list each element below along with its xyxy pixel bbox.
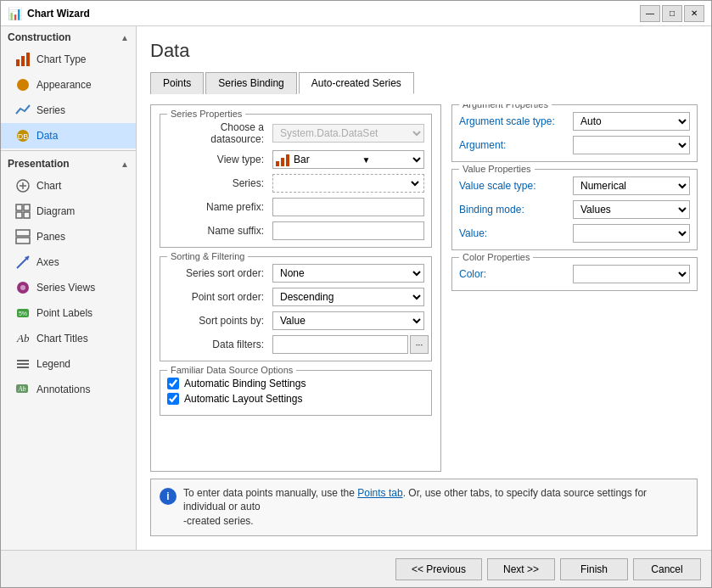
sidebar-item-series-views[interactable]: Series Views [1,275,136,300]
window-controls: — □ ✕ [640,5,704,22]
construction-chevron: ▲ [121,33,129,42]
color-row: Color: [459,265,690,283]
familiar-data-section: Familiar Data Source Options Automatic B… [160,370,432,416]
svg-rect-0 [16,59,20,66]
sidebar-item-diagram[interactable]: Diagram [1,199,136,224]
tab-series-binding[interactable]: Series Binding [205,72,296,94]
data-filters-input[interactable]: Click the ellipsis button... [272,335,408,354]
color-select[interactable] [573,265,690,283]
info-points-link[interactable]: Points tab [357,487,402,499]
sidebar-divider-1 [1,150,136,151]
binding-mode-select[interactable]: Values Fields [573,200,690,219]
sidebar-item-legend[interactable]: Legend [1,351,136,377]
data-filters-label: Data filters: [167,339,269,350]
left-panel: Series Properties Choose a datasource: S… [150,104,441,472]
view-type-select[interactable]: ▼ [356,151,424,168]
finish-button[interactable]: Finish [560,558,628,580]
series-sort-order-control: None Ascending Descending [272,264,424,283]
color-control [573,265,690,283]
argument-properties-title: Argument Properties [459,104,552,109]
view-type-control: Bar ▼ [272,150,424,169]
choose-datasource-select[interactable]: System.Data.DataSet [272,124,424,143]
legend-icon [14,356,31,372]
data-filters-ellipsis[interactable]: ··· [410,335,429,354]
sort-points-by-control: Value Argument Label [272,311,424,330]
series-select-wrapper [272,174,424,193]
chart-type-icon [14,51,31,68]
tab-points[interactable]: Points [150,72,204,94]
sidebar-item-point-labels[interactable]: 5% Point Labels [1,300,136,326]
name-prefix-input[interactable] [272,198,424,216]
choose-datasource-row: Choose a datasource: System.Data.DataSet [167,121,424,145]
data-filters-row: Data filters: Click the ellipsis button.… [167,335,424,354]
maximize-button[interactable]: □ [662,5,682,22]
chart-titles-icon: Ab [14,330,31,347]
previous-button[interactable]: << Previous [395,558,482,580]
value-properties-section: Value Properties Value scale type: Numer… [451,169,698,250]
titlebar: 📊 Chart Wizard — □ ✕ [1,1,711,26]
sidebar-label-diagram: Diagram [36,205,75,217]
sort-points-by-select[interactable]: Value Argument Label [272,311,424,330]
minimize-button[interactable]: — [640,5,660,22]
svg-point-18 [20,285,25,290]
tab-bar: Points Series Binding Auto-created Serie… [150,72,698,94]
point-sort-order-control: None Ascending Descending [272,288,424,306]
sidebar-item-axes[interactable]: Axes [1,249,136,275]
value-select[interactable] [573,224,690,243]
sort-points-by-wrapper: Value Argument Label [272,311,424,330]
tab-auto-created-series[interactable]: Auto-created Series [299,72,414,94]
choose-datasource-label: Choose a datasource: [167,121,269,145]
info-text-part1: To enter data points manually, use the [183,487,357,499]
info-text-part3: -created series. [183,515,254,527]
sidebar-item-chart[interactable]: Chart [1,173,136,199]
construction-section-header[interactable]: Construction ▲ [1,26,136,47]
name-prefix-control [272,198,424,216]
point-sort-order-row: Point sort order: None Ascending Descend… [167,288,424,306]
presentation-section-header[interactable]: Presentation ▲ [1,153,136,173]
auto-layout-checkbox[interactable] [167,393,179,405]
auto-binding-checkbox[interactable] [167,378,179,389]
point-sort-order-select[interactable]: None Ascending Descending [272,288,424,306]
cancel-button[interactable]: Cancel [633,558,701,580]
view-type-value: Bar [290,154,356,165]
auto-layout-row: Automatic Layout Settings [167,393,424,405]
series-sort-order-select[interactable]: None Ascending Descending [272,264,424,283]
name-suffix-row: Name suffix: [167,221,424,240]
sidebar-label-chart: Chart [36,180,61,192]
close-button[interactable]: ✕ [684,5,704,22]
series-select[interactable] [275,175,422,192]
value-scale-type-select[interactable]: Numerical Auto DateTime [573,176,690,195]
argument-select[interactable] [573,136,690,154]
svg-text:DB: DB [18,132,29,141]
right-panel: Argument Properties Argument scale type:… [451,104,698,472]
sidebar-label-chart-type: Chart Type [36,53,86,65]
svg-text:Ab: Ab [18,385,26,393]
sort-points-by-row: Sort points by: Value Argument Label [167,311,424,330]
argument-properties-section: Argument Properties Argument scale type:… [451,104,698,162]
svg-rect-12 [24,212,30,218]
sidebar-label-series-views: Series Views [36,282,95,294]
series-icon [14,102,31,119]
svg-rect-13 [16,230,30,236]
sidebar-label-panes: Panes [36,231,65,243]
arg-scale-type-row: Argument scale type: Auto Numerical Date… [459,112,690,131]
binding-mode-label: Binding mode: [459,204,569,216]
presentation-chevron: ▲ [121,160,129,169]
sidebar-item-annotations[interactable]: Ab Annotations [1,377,136,402]
name-suffix-control [272,221,424,240]
page-title: Data [150,40,698,62]
tab-content: Series Properties Choose a datasource: S… [150,104,698,472]
sidebar-item-appearance[interactable]: Appearance [1,72,136,98]
svg-rect-29 [286,154,289,166]
sidebar-item-panes[interactable]: Panes [1,224,136,249]
sidebar-item-series[interactable]: Series [1,98,136,123]
arg-scale-type-select[interactable]: Auto Numerical DateTime String [573,112,690,131]
sidebar-item-chart-type[interactable]: Chart Type [1,47,136,72]
sorting-filtering-title: Sorting & Filtering [167,251,248,261]
next-button[interactable]: Next >> [487,558,555,580]
sidebar-item-chart-titles[interactable]: Ab Chart Titles [1,326,136,351]
sidebar-item-data[interactable]: DB Data [1,123,136,148]
series-properties-title: Series Properties [167,109,245,119]
window-body: Construction ▲ Chart Type [1,26,711,550]
name-suffix-input[interactable] [272,221,424,240]
